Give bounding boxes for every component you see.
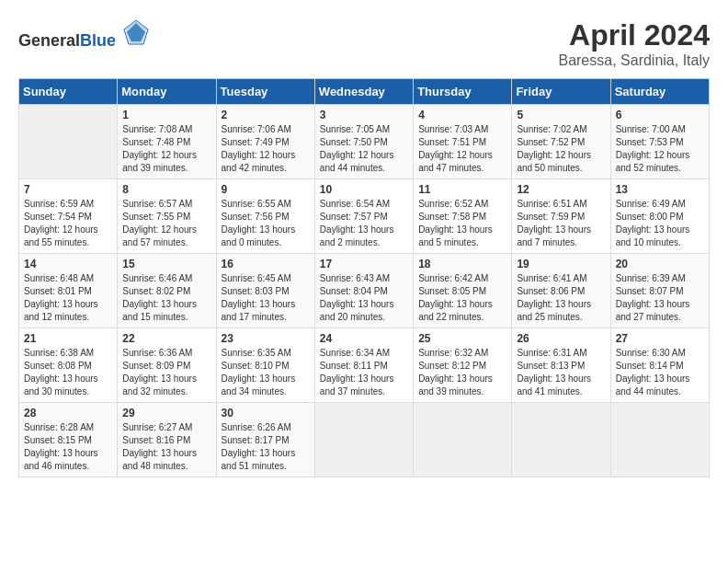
day-number: 15 [122, 258, 210, 270]
table-row [512, 403, 610, 477]
sunset-text: Sunset: 8:00 PM [616, 212, 684, 222]
header-thursday: Thursday [414, 79, 512, 105]
sunset-text: Sunset: 7:48 PM [122, 137, 190, 147]
sunrise-text: Sunrise: 7:02 AM [517, 124, 586, 134]
daylight-text: Daylight: 13 hours and 10 minutes. [616, 224, 690, 247]
sunset-text: Sunset: 7:50 PM [320, 137, 388, 147]
day-info: Sunrise: 6:41 AM Sunset: 8:06 PM Dayligh… [517, 272, 605, 324]
day-number: 6 [616, 109, 704, 121]
table-row: 8 Sunrise: 6:57 AM Sunset: 7:55 PM Dayli… [118, 179, 216, 254]
day-info: Sunrise: 6:32 AM Sunset: 8:12 PM Dayligh… [418, 347, 506, 398]
sunset-text: Sunset: 8:12 PM [418, 361, 486, 371]
day-info: Sunrise: 6:51 AM Sunset: 7:59 PM Dayligh… [517, 198, 605, 249]
daylight-text: Daylight: 12 hours and 42 minutes. [222, 150, 296, 173]
sunrise-text: Sunrise: 7:05 AM [320, 124, 390, 134]
header-wednesday: Wednesday [314, 79, 413, 105]
table-row: 30 Sunrise: 6:26 AM Sunset: 8:17 PM Dayl… [216, 403, 314, 477]
sunset-text: Sunset: 8:15 PM [24, 435, 92, 445]
calendar-week-row: 7 Sunrise: 6:59 AM Sunset: 7:54 PM Dayli… [19, 179, 710, 254]
day-number: 3 [320, 109, 408, 121]
daylight-text: Daylight: 13 hours and 17 minutes. [222, 299, 296, 322]
sunrise-text: Sunrise: 6:36 AM [122, 348, 192, 358]
sunrise-text: Sunrise: 6:39 AM [616, 273, 686, 283]
sunset-text: Sunset: 8:09 PM [122, 361, 190, 371]
table-row [314, 403, 413, 477]
day-info: Sunrise: 6:26 AM Sunset: 8:17 PM Dayligh… [222, 421, 310, 473]
day-number: 5 [517, 109, 605, 121]
daylight-text: Daylight: 12 hours and 50 minutes. [517, 150, 591, 173]
day-info: Sunrise: 6:36 AM Sunset: 8:09 PM Dayligh… [122, 347, 210, 398]
sunset-text: Sunset: 7:55 PM [122, 212, 190, 222]
day-info: Sunrise: 6:43 AM Sunset: 8:04 PM Dayligh… [320, 272, 408, 324]
day-info: Sunrise: 6:34 AM Sunset: 8:11 PM Dayligh… [320, 347, 408, 398]
daylight-text: Daylight: 12 hours and 52 minutes. [616, 150, 690, 173]
sunset-text: Sunset: 8:08 PM [24, 361, 92, 371]
sunset-text: Sunset: 7:59 PM [517, 212, 585, 222]
day-number: 13 [616, 183, 704, 196]
calendar-week-row: 28 Sunrise: 6:28 AM Sunset: 8:15 PM Dayl… [19, 403, 710, 477]
daylight-text: Daylight: 13 hours and 32 minutes. [122, 373, 197, 396]
day-number: 21 [24, 332, 112, 345]
day-number: 16 [222, 258, 310, 270]
sunset-text: Sunset: 8:03 PM [222, 286, 290, 296]
header-friday: Friday [512, 79, 610, 105]
sunrise-text: Sunrise: 6:43 AM [320, 273, 390, 283]
daylight-text: Daylight: 12 hours and 57 minutes. [122, 224, 197, 247]
daylight-text: Daylight: 13 hours and 0 minutes. [222, 224, 296, 247]
table-row: 1 Sunrise: 7:08 AM Sunset: 7:48 PM Dayli… [118, 105, 216, 179]
day-number: 24 [320, 332, 408, 345]
sunrise-text: Sunrise: 6:26 AM [222, 422, 291, 432]
sunrise-text: Sunrise: 6:48 AM [24, 273, 94, 283]
table-row: 25 Sunrise: 6:32 AM Sunset: 8:12 PM Dayl… [414, 328, 512, 403]
daylight-text: Daylight: 13 hours and 34 minutes. [222, 373, 296, 396]
sunset-text: Sunset: 8:14 PM [616, 361, 684, 371]
day-number: 7 [24, 183, 112, 196]
calendar-header-row: Sunday Monday Tuesday Wednesday Thursday… [19, 79, 710, 105]
sunrise-text: Sunrise: 6:51 AM [517, 199, 586, 209]
table-row: 16 Sunrise: 6:45 AM Sunset: 8:03 PM Dayl… [216, 254, 314, 328]
sunset-text: Sunset: 8:16 PM [122, 435, 190, 445]
table-row: 11 Sunrise: 6:52 AM Sunset: 7:58 PM Dayl… [414, 179, 512, 254]
table-row: 12 Sunrise: 6:51 AM Sunset: 7:59 PM Dayl… [512, 179, 610, 254]
day-number: 28 [24, 407, 112, 419]
sunrise-text: Sunrise: 6:45 AM [222, 273, 291, 283]
day-number: 17 [320, 258, 408, 270]
table-row: 18 Sunrise: 6:42 AM Sunset: 8:05 PM Dayl… [414, 254, 512, 328]
sunrise-text: Sunrise: 7:08 AM [122, 124, 192, 134]
table-row: 17 Sunrise: 6:43 AM Sunset: 8:04 PM Dayl… [314, 254, 413, 328]
daylight-text: Daylight: 13 hours and 15 minutes. [122, 299, 197, 322]
daylight-text: Daylight: 12 hours and 39 minutes. [122, 150, 197, 173]
daylight-text: Daylight: 13 hours and 39 minutes. [418, 373, 493, 396]
day-number: 14 [24, 258, 112, 270]
day-number: 18 [418, 258, 506, 270]
sunset-text: Sunset: 7:57 PM [320, 212, 388, 222]
table-row: 29 Sunrise: 6:27 AM Sunset: 8:16 PM Dayl… [118, 403, 216, 477]
sunset-text: Sunset: 8:01 PM [24, 286, 92, 296]
day-info: Sunrise: 6:42 AM Sunset: 8:05 PM Dayligh… [418, 272, 506, 324]
logo-icon [122, 18, 150, 46]
sunset-text: Sunset: 8:13 PM [517, 361, 585, 371]
sunrise-text: Sunrise: 6:35 AM [222, 348, 291, 358]
table-row: 14 Sunrise: 6:48 AM Sunset: 8:01 PM Dayl… [19, 254, 118, 328]
day-number: 27 [616, 332, 704, 345]
table-row: 23 Sunrise: 6:35 AM Sunset: 8:10 PM Dayl… [216, 328, 314, 403]
day-number: 8 [122, 183, 210, 196]
daylight-text: Daylight: 13 hours and 48 minutes. [122, 448, 197, 471]
daylight-text: Daylight: 13 hours and 25 minutes. [517, 299, 591, 322]
day-info: Sunrise: 6:49 AM Sunset: 8:00 PM Dayligh… [616, 198, 704, 249]
day-number: 4 [418, 109, 506, 121]
table-row [610, 403, 709, 477]
day-number: 11 [418, 183, 506, 196]
sunrise-text: Sunrise: 7:03 AM [418, 124, 488, 134]
sunrise-text: Sunrise: 6:55 AM [222, 199, 291, 209]
month-year-title: April 2024 [558, 18, 710, 52]
day-info: Sunrise: 7:03 AM Sunset: 7:51 PM Dayligh… [418, 123, 506, 175]
day-info: Sunrise: 7:05 AM Sunset: 7:50 PM Dayligh… [320, 123, 408, 175]
table-row: 7 Sunrise: 6:59 AM Sunset: 7:54 PM Dayli… [19, 179, 118, 254]
sunrise-text: Sunrise: 6:42 AM [418, 273, 488, 283]
daylight-text: Daylight: 13 hours and 20 minutes. [320, 299, 394, 322]
calendar-table: Sunday Monday Tuesday Wednesday Thursday… [18, 78, 710, 477]
daylight-text: Daylight: 13 hours and 46 minutes. [24, 448, 98, 471]
logo: GeneralBlue [18, 18, 150, 51]
table-row: 6 Sunrise: 7:00 AM Sunset: 7:53 PM Dayli… [610, 105, 709, 179]
